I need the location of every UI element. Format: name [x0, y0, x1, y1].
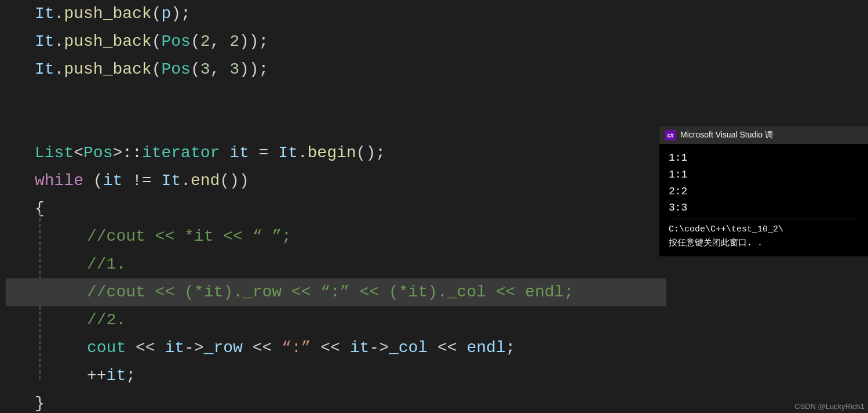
- code-token: ));: [239, 56, 268, 84]
- code-token: ));: [239, 28, 268, 56]
- code-line: //2.: [6, 306, 868, 334]
- code-token: ()): [220, 167, 249, 195]
- code-token: .: [54, 28, 64, 56]
- code-line-highlighted: //cout << (*it)._row << “:” << (*it)._co…: [6, 278, 666, 306]
- code-token: List: [35, 139, 74, 167]
- code-token: ;: [506, 334, 516, 362]
- code-token: push_back: [64, 56, 151, 84]
- code-token: It: [278, 139, 298, 167]
- code-token: <: [74, 139, 83, 167]
- code-token: [220, 139, 229, 167]
- code-token: ++: [87, 362, 107, 390]
- code-token: “:”: [282, 334, 311, 362]
- code-token: it: [229, 139, 249, 167]
- code-line: It.push_back(Pos(2, 2));: [6, 28, 868, 56]
- vs-title-text: Microsoft Visual Studio 调: [680, 130, 773, 140]
- vs-output-line-3: 2:2: [669, 183, 859, 200]
- code-token-comment: //cout << *it << “ ”;: [87, 223, 291, 251]
- code-token: .: [54, 56, 64, 84]
- code-line: cout << it->_row << “:” << it->_col << e…: [6, 334, 868, 362]
- code-editor: It.push_back(p); It.push_back(Pos(2, 2))…: [0, 0, 868, 413]
- code-token: Pos: [83, 139, 112, 167]
- code-token: endl: [466, 334, 505, 362]
- code-token: .: [54, 0, 64, 28]
- code-token: ->: [369, 334, 389, 362]
- vs-overlay-window: c# Microsoft Visual Studio 调 1:1 1:1 2:2…: [659, 126, 868, 256]
- vs-title-bar: c# Microsoft Visual Studio 调: [659, 126, 868, 144]
- code-token: 2: [229, 28, 239, 56]
- vs-prompt: 按任意键关闭此窗口. .: [669, 237, 859, 251]
- code-token: .: [298, 139, 308, 167]
- watermark: CSDN @LuckyRich1: [794, 402, 865, 411]
- code-token: );: [171, 0, 191, 28]
- code-token-while: while: [35, 167, 83, 195]
- code-token: cout: [87, 334, 126, 362]
- code-token-comment: //2.: [87, 306, 126, 334]
- vs-output-line-4: 3:3: [669, 200, 859, 216]
- code-token: begin: [308, 139, 356, 167]
- code-token: push_back: [64, 0, 151, 28]
- code-token: it: [165, 334, 184, 362]
- code-token: _row: [204, 334, 243, 362]
- code-line: It.push_back(p);: [6, 0, 868, 28]
- code-token: Pos: [161, 56, 190, 84]
- code-token: (: [83, 167, 103, 195]
- code-token: (: [191, 56, 200, 84]
- code-token: end: [191, 167, 220, 195]
- vs-output-content: 1:1 1:1 2:2 3:3 C:\code\C++\test_10_2\ 按…: [659, 144, 868, 256]
- code-token: <<: [428, 334, 466, 362]
- code-token: 3: [200, 56, 210, 84]
- code-token: }: [35, 390, 45, 413]
- code-token: (: [152, 56, 162, 84]
- code-token: =: [249, 139, 278, 167]
- code-token: Pos: [161, 28, 190, 56]
- code-token-comment: //1.: [87, 251, 126, 278]
- code-token: iterator: [142, 139, 220, 167]
- code-token: ,: [210, 56, 230, 84]
- code-token-comment: //cout << (*it)._row << “:” << (*it)._co…: [87, 278, 574, 306]
- code-token: it: [107, 362, 126, 390]
- vs-icon: c#: [665, 130, 676, 140]
- code-token: <<: [243, 334, 282, 362]
- code-token: It: [35, 0, 54, 28]
- code-token: <<: [311, 334, 350, 362]
- vs-output-line-1: 1:1: [669, 150, 859, 166]
- code-line: ++it;: [6, 362, 868, 390]
- code-token: ;: [126, 362, 136, 390]
- code-token: ();: [356, 139, 385, 167]
- code-token: It: [35, 56, 54, 84]
- code-token: 3: [229, 56, 239, 84]
- vs-icon-text: c#: [667, 132, 673, 139]
- code-token: p: [161, 0, 171, 28]
- vs-output-line-2: 1:1: [669, 166, 859, 183]
- code-token: (: [191, 28, 200, 56]
- code-token: (: [152, 0, 162, 28]
- code-token: it: [103, 167, 123, 195]
- code-token: it: [350, 334, 370, 362]
- code-token: (: [152, 28, 162, 56]
- code-line-empty: [6, 84, 868, 111]
- code-token: ->: [184, 334, 204, 362]
- code-token: It: [35, 28, 54, 56]
- code-token: _col: [389, 334, 428, 362]
- code-token: push_back: [64, 28, 151, 56]
- code-token: >::: [112, 139, 141, 167]
- vs-separator: [669, 219, 859, 219]
- code-token: !=: [122, 167, 161, 195]
- code-token: It: [161, 167, 181, 195]
- code-token: <<: [126, 334, 165, 362]
- code-line: It.push_back(Pos(3, 3));: [6, 56, 868, 84]
- vs-path: C:\code\C++\test_10_2\: [669, 223, 859, 237]
- code-token: ,: [210, 28, 230, 56]
- code-token: .: [181, 167, 191, 195]
- code-token: 2: [200, 28, 210, 56]
- code-line-brace-close: }: [6, 390, 868, 413]
